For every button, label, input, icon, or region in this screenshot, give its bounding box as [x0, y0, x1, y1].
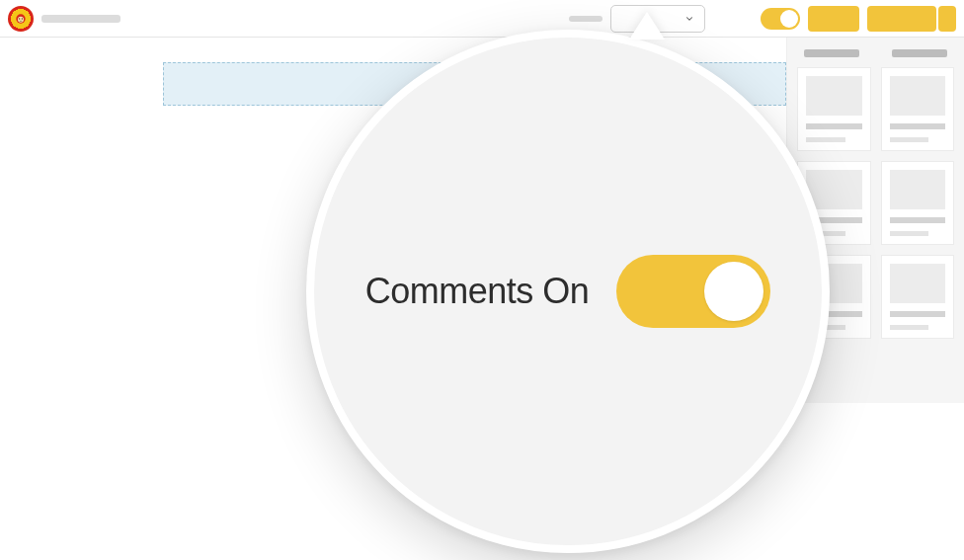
sidebar-card[interactable] — [881, 255, 955, 339]
monkey-icon — [13, 11, 29, 27]
card-thumbnail — [890, 170, 946, 209]
toolbar-split-button — [867, 6, 956, 32]
sidebar-tab-1[interactable] — [804, 49, 859, 57]
page-title-placeholder — [41, 15, 120, 23]
chevron-down-icon — [684, 14, 694, 24]
card-thumbnail — [890, 76, 946, 116]
card-subtitle-placeholder — [890, 137, 929, 142]
card-title-placeholder — [806, 123, 862, 129]
sidebar-tab-2[interactable] — [892, 49, 947, 57]
toolbar-action-button-2-main[interactable] — [867, 6, 936, 32]
card-thumbnail — [890, 264, 946, 303]
svg-point-2 — [19, 18, 20, 19]
card-title-placeholder — [890, 123, 946, 129]
card-subtitle-placeholder — [806, 137, 845, 142]
svg-point-3 — [22, 18, 23, 19]
sidebar-card[interactable] — [797, 67, 871, 151]
magnifier-overlay: Comments On — [306, 30, 830, 553]
comments-toggle[interactable] — [761, 8, 800, 30]
card-subtitle-placeholder — [890, 231, 929, 236]
toggle-knob — [780, 10, 798, 28]
top-toolbar — [0, 0, 964, 38]
comments-toggle-zoomed[interactable] — [616, 255, 770, 328]
card-subtitle-placeholder — [890, 325, 929, 330]
sidebar-tabs — [787, 43, 964, 67]
comments-toggle-label: Comments On — [365, 271, 590, 312]
sidebar-card[interactable] — [881, 67, 955, 151]
card-thumbnail — [806, 76, 862, 116]
left-gutter — [0, 38, 163, 560]
toolbar-label-placeholder — [569, 16, 602, 22]
toolbar-action-button-1[interactable] — [808, 6, 859, 32]
sidebar-card[interactable] — [881, 161, 955, 245]
card-title-placeholder — [890, 311, 946, 317]
toolbar-action-button-2-dropdown[interactable] — [938, 6, 956, 32]
toggle-knob-zoomed — [704, 262, 763, 321]
card-title-placeholder — [890, 217, 946, 223]
app-logo[interactable] — [8, 6, 34, 32]
